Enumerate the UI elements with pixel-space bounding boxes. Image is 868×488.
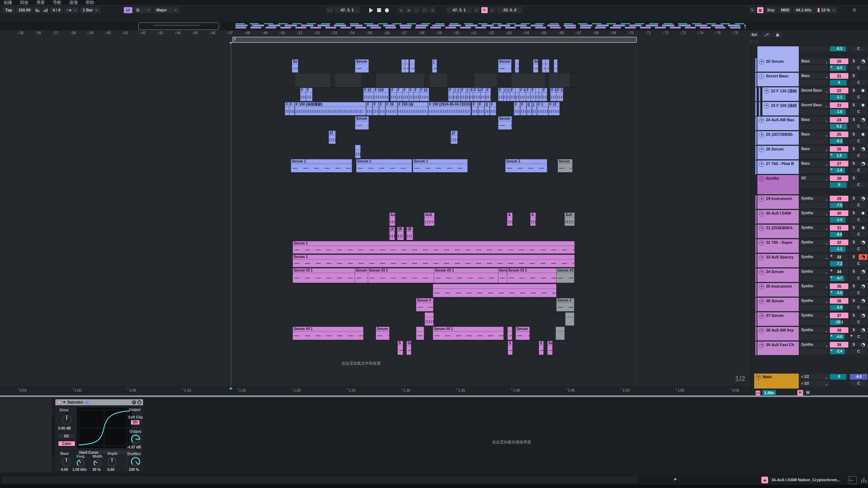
arm-button[interactable] — [859, 342, 867, 348]
fold-icon[interactable] — [759, 132, 764, 138]
group-icon[interactable]: ≡ — [759, 74, 764, 79]
volume-field[interactable]: -5.5 — [830, 290, 848, 296]
clip[interactable]: F — [480, 88, 486, 101]
arm-button[interactable] — [859, 283, 867, 289]
volume-field[interactable]: -6.2 — [830, 138, 848, 144]
clip[interactable] — [355, 145, 361, 158]
crossfade-button[interactable]: C — [850, 124, 867, 129]
clip[interactable]: F — [490, 102, 496, 115]
clip[interactable] — [545, 59, 549, 73]
routing-sub-field[interactable] — [800, 276, 828, 281]
routing-sub-field[interactable] — [800, 217, 828, 223]
clip[interactable]: Serum — [498, 116, 512, 130]
solo-button[interactable]: S — [850, 283, 858, 289]
track-header-38[interactable]: 38 Au5 AW Arp — [757, 327, 799, 340]
drywet-value[interactable]: 100 % — [129, 468, 139, 472]
track-header-37[interactable]: 37 Serum — [757, 312, 799, 326]
fold-icon[interactable] — [759, 284, 764, 289]
solo-button[interactable]: S — [850, 117, 858, 123]
clip[interactable] — [549, 73, 570, 87]
softclip-on-button[interactable]: On — [131, 420, 140, 425]
preview-play-icon[interactable]: ▶ — [674, 477, 677, 481]
track-activator[interactable]: 20 — [830, 58, 848, 64]
crossfade-button[interactable]: C — [850, 168, 867, 173]
crossfade-button[interactable]: C — [850, 153, 867, 159]
freq-knob[interactable] — [77, 459, 85, 467]
routing-sub-field[interactable] — [800, 138, 828, 144]
crossfade-button[interactable]: C — [850, 109, 867, 115]
routing-sub-field[interactable] — [800, 109, 828, 115]
arm-button[interactable] — [859, 298, 867, 304]
width-value[interactable]: 30 % — [92, 468, 101, 472]
track-lane[interactable] — [0, 187, 751, 202]
clip[interactable] — [474, 73, 497, 87]
clip[interactable]: F 12 — [556, 88, 563, 101]
solo-button[interactable]: S — [850, 313, 858, 318]
routing-sub-field[interactable] — [800, 232, 828, 237]
drive-value[interactable]: 0.00 dB — [58, 426, 71, 430]
arm-button[interactable] — [859, 269, 867, 274]
main-routing-menu[interactable]: ⏸ 1/2▼ — [800, 374, 829, 380]
routing-sub-field[interactable] — [800, 290, 828, 296]
clip[interactable]: F — [520, 102, 527, 115]
clip[interactable]: S — [397, 341, 403, 355]
add-marker-icon[interactable]: ＋ — [398, 7, 404, 13]
draw-mode-icon[interactable]: ⬚ — [421, 7, 428, 13]
clip[interactable] — [507, 327, 512, 340]
volume-field[interactable]: -1.4 — [830, 217, 848, 223]
track-header-33[interactable]: 33 Au5 Spacey — [757, 254, 799, 267]
speed-field[interactable]: 1.00x — [762, 390, 776, 396]
routing-sub-field[interactable] — [800, 334, 828, 340]
crossfade-button[interactable]: C — [850, 138, 867, 144]
routing-menu[interactable]: Secret Bass▼ — [800, 88, 829, 93]
insert-marker-top[interactable] — [229, 42, 233, 44]
track-header-22[interactable]: 22 F 120 (冻结 — [762, 87, 799, 101]
overview-viewport[interactable] — [138, 22, 219, 30]
clip[interactable]: Au — [389, 212, 395, 226]
clip[interactable]: Serum # — [416, 298, 433, 312]
fold-icon[interactable] — [759, 240, 764, 246]
clip[interactable]: Se — [547, 341, 553, 355]
track-activator[interactable]: 36 — [830, 298, 848, 304]
track-activator[interactable]: 30 — [830, 210, 848, 216]
routing-menu[interactable]: Bass▼ — [800, 58, 829, 64]
arm-button[interactable] — [859, 240, 867, 245]
routing-sub-field[interactable] — [800, 202, 828, 208]
track-header-20[interactable]: 20 Serum — [757, 58, 799, 72]
crossfade-button[interactable]: C — [850, 305, 867, 310]
device-chain-scrollbar[interactable] — [52, 415, 54, 457]
track-header-31[interactable]: 31 {253E8DE4- — [757, 225, 799, 238]
clip[interactable]: Serum 1 — [356, 159, 412, 173]
clip[interactable]: F — [396, 88, 403, 101]
tempo-field[interactable]: 150.00 — [16, 7, 33, 13]
clip[interactable]: Serum — [355, 268, 368, 283]
color-button[interactable]: Color — [58, 441, 75, 446]
nudge-up-icon[interactable] — [42, 7, 49, 13]
arm-button[interactable] — [859, 225, 867, 231]
loop-start-field[interactable]: 47. 3. 1 — [446, 7, 472, 13]
track-header-27[interactable]: 27 760 - Phat B — [757, 160, 799, 174]
clip[interactable]: F — [300, 88, 306, 101]
clip[interactable]: F — [366, 102, 372, 115]
track-header-24[interactable]: 24 Au5 AW Bas — [757, 117, 799, 130]
track-lane[interactable]: Serum #4 1SerumSerum #4 1Serum — [0, 326, 751, 341]
solo-button[interactable]: S — [850, 146, 858, 152]
stop-button[interactable] — [376, 7, 382, 13]
clip[interactable]: Au5 — [564, 212, 575, 226]
key-map-button[interactable]: Key — [765, 7, 777, 13]
routing-sub-field[interactable] — [800, 246, 828, 252]
arm-button[interactable] — [859, 146, 867, 152]
automation-icon[interactable]: ○ — [429, 7, 436, 13]
track-header-partial[interactable] — [757, 46, 799, 58]
clip[interactable]: Serum 1 — [505, 159, 547, 173]
crossfade-button[interactable]: C — [850, 182, 867, 188]
crossfade-button[interactable]: C — [850, 217, 867, 223]
loop-length-field[interactable]: 23. 0. 0 — [497, 7, 523, 13]
volume-field[interactable]: -0.5 — [830, 65, 848, 71]
solo-button[interactable]: S — [850, 254, 858, 260]
clip[interactable]: F 150 [2024-06-04 232242] — [428, 102, 471, 115]
hot-swap-icon[interactable]: ↻ — [132, 400, 136, 404]
clip[interactable]: F 1 — [537, 102, 548, 115]
clip[interactable]: F 1 — [519, 88, 526, 101]
clip[interactable]: F 12 — [473, 88, 481, 101]
